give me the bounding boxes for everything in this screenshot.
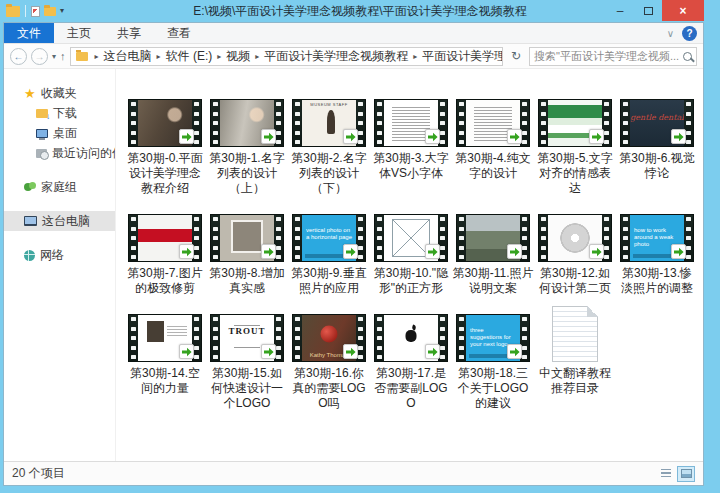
collapse-ribbon-icon[interactable]: ∨ (667, 28, 674, 39)
file-item[interactable]: 第30期-4.纯文字的设计 (452, 91, 534, 196)
breadcrumb-separator-icon: ▸ (410, 52, 420, 61)
video-thumbnail (374, 99, 448, 147)
file-item[interactable]: 第30期-12.如何设计第二页 (534, 206, 616, 296)
green-arrow-badge-icon (261, 244, 276, 259)
file-item[interactable]: Kathy Thomas 第30期-16.你真的需要LOGO吗 (288, 306, 370, 411)
breadcrumb-videos[interactable]: 视频 (224, 48, 252, 65)
computer-icon (24, 216, 37, 226)
thumbnail-box (374, 91, 448, 149)
green-arrow-badge-icon (589, 244, 604, 259)
file-item[interactable]: 中文翻译教程推荐目录 (534, 306, 616, 411)
breadcrumb-folder[interactable]: 平面设计美学理念视频教程 (262, 48, 410, 65)
sidebar-item-label: 收藏夹 (41, 85, 77, 102)
file-item[interactable]: 第30期-10."隐形"的正方形 (370, 206, 452, 296)
tab-share[interactable]: 共享 (104, 23, 154, 43)
file-item[interactable]: TROUT 第30期-15.如何快速设计一个LOGO (206, 306, 288, 411)
file-item[interactable]: how to work around a weak photo 第30期-13.… (616, 206, 698, 296)
file-item[interactable]: 第30期-7.图片的极致修剪 (124, 206, 206, 296)
tab-view[interactable]: 查看 (154, 23, 204, 43)
sidebar-item-label: 下载 (53, 105, 77, 122)
tab-home[interactable]: 主页 (54, 23, 104, 43)
tab-file[interactable]: 文件 (4, 23, 54, 43)
search-input[interactable] (534, 50, 683, 62)
green-arrow-badge-icon (343, 129, 358, 144)
details-view-button[interactable] (657, 466, 675, 482)
thumbnail-view-button[interactable] (677, 466, 695, 482)
recent-places-icon (36, 149, 47, 158)
file-item[interactable]: 第30期-11.照片说明文案 (452, 206, 534, 296)
sidebar-item-desktop[interactable]: 桌面 (4, 123, 115, 143)
thumbnail-box: MUSEUM STAFF (292, 91, 366, 149)
file-item[interactable]: gentle dental 第30期-6.视觉悖论 (616, 91, 698, 196)
green-arrow-badge-icon (589, 129, 604, 144)
sidebar-item-favorites[interactable]: ★ 收藏夹 (4, 83, 115, 103)
close-button[interactable]: × (662, 0, 704, 21)
star-icon: ★ (24, 87, 36, 100)
breadcrumb-drive[interactable]: 软件 (E:) (164, 48, 215, 65)
file-item[interactable]: 第30期-0.平面设计美学理念教程介绍 (124, 91, 206, 196)
address-box[interactable]: ▸ 这台电脑 ▸ 软件 (E:) ▸ 视频 ▸ 平面设计美学理念视频教程 ▸ 平… (70, 47, 503, 66)
filmstrip-left (457, 100, 466, 146)
maximize-button[interactable] (634, 0, 662, 21)
file-item[interactable]: 第30期-5.文字对齐的情感表达 (534, 91, 616, 196)
breadcrumb-current-folder[interactable]: 平面设计美学理念视频教程 (420, 48, 503, 65)
file-item[interactable]: 第30期-14.空间的力量 (124, 306, 206, 411)
thumbnail-box (374, 206, 448, 264)
breadcrumb-this-pc[interactable]: 这台电脑 (102, 48, 154, 65)
file-item[interactable]: MUSEUM STAFF 第30期-2.名字列表的设计（下） (288, 91, 370, 196)
file-item[interactable]: 第30期-17.是否需要副LOGO (370, 306, 452, 411)
green-arrow-badge-icon (671, 244, 686, 259)
video-thumbnail (128, 214, 202, 262)
file-item[interactable]: 第30期-3.大字体VS小字体 (370, 91, 452, 196)
sidebar-item-this-pc[interactable]: 这台电脑 (4, 211, 115, 231)
video-thumbnail (210, 99, 284, 147)
sidebar-item-label: 家庭组 (41, 179, 77, 196)
thumbnail-box (210, 206, 284, 264)
file-item[interactable]: three suggestions for your next logo 第30… (452, 306, 534, 411)
file-item[interactable]: vertical photo on a horizontal page 第30期… (288, 206, 370, 296)
video-thumbnail (210, 214, 284, 262)
recent-locations-dropdown-icon[interactable]: ▾ (52, 52, 56, 61)
thumbnail-box (538, 206, 612, 264)
sidebar-item-recent-places[interactable]: 最近访问的位置 (4, 143, 115, 163)
thumbnail-box: TROUT (210, 306, 284, 364)
downloads-folder-icon (36, 109, 48, 118)
green-arrow-badge-icon (343, 344, 358, 359)
breadcrumb-separator-icon: ▸ (92, 52, 102, 61)
video-thumbnail: how to work around a weak photo (620, 214, 694, 262)
file-item[interactable]: 第30期-8.增加真实感 (206, 206, 288, 296)
minimize-button[interactable]: – (606, 0, 634, 21)
filmstrip-left (211, 315, 220, 361)
up-button[interactable]: ↑ (60, 50, 66, 62)
back-button[interactable]: ← (10, 48, 27, 65)
video-thumbnail (374, 314, 448, 362)
sidebar-item-downloads[interactable]: 下载 (4, 103, 115, 123)
window-controls: – × (606, 0, 704, 21)
new-folder-icon[interactable] (44, 7, 56, 16)
filmstrip-left (621, 215, 630, 261)
thumbnail-box (456, 91, 530, 149)
filmstrip-left (539, 215, 548, 261)
thumbnail-box (456, 206, 530, 264)
homegroup-icon (24, 182, 36, 192)
address-folder-icon (76, 52, 88, 61)
titlebar-separator (25, 5, 26, 17)
file-label: 第30期-16.你真的需要LOGO吗 (288, 366, 370, 411)
file-item[interactable]: 第30期-1.名字列表的设计（上） (206, 91, 288, 196)
green-arrow-badge-icon (261, 344, 276, 359)
sidebar-item-network[interactable]: 网络 (4, 245, 115, 265)
search-icon[interactable] (683, 52, 692, 61)
view-buttons (657, 466, 695, 482)
filmstrip-left (375, 215, 384, 261)
qat-dropdown-icon[interactable]: ▾ (60, 7, 64, 15)
properties-icon[interactable] (31, 6, 40, 17)
main-area: ★ 收藏夹 下载 桌面 最近访问的位置 家庭组 (4, 69, 703, 461)
sidebar-item-homegroup[interactable]: 家庭组 (4, 177, 115, 197)
green-arrow-badge-icon (425, 129, 440, 144)
thumbnail-box (128, 206, 202, 264)
thumbnail-box (552, 306, 598, 364)
refresh-icon[interactable]: ↻ (507, 49, 525, 63)
items-count: 20 个项目 (12, 465, 65, 482)
forward-button[interactable]: → (31, 48, 48, 65)
help-icon[interactable]: ? (682, 26, 697, 41)
